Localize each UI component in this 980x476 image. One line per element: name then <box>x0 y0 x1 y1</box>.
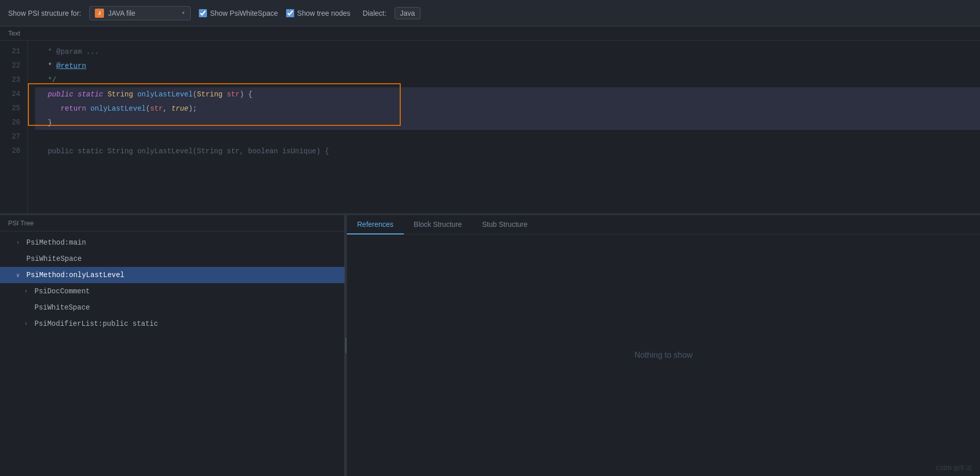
text-section-header: Text <box>0 26 980 41</box>
dialect-value: Java <box>395 7 421 19</box>
tree-item-psi-whitespace-2[interactable]: › PsiWhiteSpace <box>0 299 344 316</box>
tree-item-psi-doc-comment[interactable]: › PsiDocComment <box>0 283 344 299</box>
tab-block-structure[interactable]: Block Structure <box>404 215 472 234</box>
line-num-21: 21 <box>0 45 20 59</box>
nothing-to-show: Nothing to show <box>635 351 693 360</box>
tree-item-label: PsiModifierList:public static <box>34 320 158 328</box>
tree-item-psi-method-only[interactable]: ∨ PsiMethod:onlyLastLevel <box>0 267 344 283</box>
show-tree-nodes-checkbox-group[interactable]: Show tree nodes <box>286 9 351 17</box>
tree-arrow-open: ∨ <box>16 272 23 279</box>
show-tree-nodes-label: Show tree nodes <box>297 9 351 17</box>
code-line-22: * @return <box>35 59 980 73</box>
tab-bar: References Block Structure Stub Structur… <box>347 215 980 234</box>
toolbar: Show PSI structure for: J JAVA file ▾ Sh… <box>0 0 980 26</box>
tree-item-psi-whitespace-1[interactable]: › PsiWhiteSpace <box>0 251 344 267</box>
show-whitespace-label: Show PsiWhiteSpace <box>210 9 278 17</box>
line-num-28: 28 <box>0 144 20 158</box>
tree-item-label: PsiMethod:main <box>26 239 86 247</box>
line-num-27: 27 <box>0 130 20 144</box>
tree-item-label: PsiWhiteSpace <box>34 303 90 312</box>
line-num-23: 23 <box>0 73 20 87</box>
tree-item-psi-modifier-list[interactable]: › PsiModifierList:public static <box>0 316 344 332</box>
dropdown-arrow-icon: ▾ <box>182 9 185 17</box>
line-numbers: 21 22 23 24 25 26 27 28 <box>0 41 28 213</box>
tree-item-label: PsiDocComment <box>34 287 90 295</box>
tree-arrow-collapsed: › <box>24 288 31 294</box>
tree-item-psi-method-main[interactable]: › PsiMethod:main <box>0 234 344 251</box>
tree-item-label: PsiWhiteSpace <box>26 255 82 263</box>
vertical-splitter[interactable] <box>345 215 347 476</box>
file-type-selector[interactable]: J JAVA file ▾ <box>89 6 191 20</box>
tree-item-label: PsiMethod:onlyLastLevel <box>26 271 124 279</box>
psi-tree-title: PSI Tree <box>0 215 344 231</box>
watermark: CSDN @浮-沉 <box>936 464 972 472</box>
tab-references[interactable]: References <box>347 215 404 234</box>
show-whitespace-checkbox-group[interactable]: Show PsiWhiteSpace <box>199 9 278 17</box>
psi-tree-panel: PSI Tree › PsiMethod:main › PsiWhiteSpac… <box>0 215 345 476</box>
tree-arrow-collapsed: › <box>24 321 31 327</box>
code-line-27 <box>35 130 980 144</box>
code-line-25: return onlyLastLevel(str, true); <box>35 101 980 116</box>
show-tree-nodes-checkbox[interactable] <box>286 9 294 17</box>
code-content[interactable]: * @param ... * @return */ public static … <box>28 41 980 213</box>
line-num-22: 22 <box>0 59 20 73</box>
tree-arrow-collapsed: › <box>16 240 23 246</box>
file-type-text: JAVA file <box>108 9 178 17</box>
tab-stub-structure[interactable]: Stub Structure <box>472 215 538 234</box>
dialect-label: Dialect: <box>363 9 387 17</box>
tree-content: › PsiMethod:main › PsiWhiteSpace ∨ PsiMe… <box>0 231 344 476</box>
bottom-panel: PSI Tree › PsiMethod:main › PsiWhiteSpac… <box>0 215 980 476</box>
right-panel: References Block Structure Stub Structur… <box>347 215 980 476</box>
show-psi-label: Show PSI structure for: <box>8 9 81 17</box>
code-line-23: */ <box>35 73 980 87</box>
line-num-25: 25 <box>0 101 20 116</box>
code-line-21: * @param ... <box>35 45 980 59</box>
show-whitespace-checkbox[interactable] <box>199 9 207 17</box>
code-line-28: public static String onlyLastLevel(Strin… <box>35 144 980 158</box>
code-editor: 21 22 23 24 25 26 27 28 * @param ... * @… <box>0 41 980 213</box>
references-content: Nothing to show <box>347 234 980 476</box>
code-line-24: public static String onlyLastLevel(Strin… <box>35 87 980 101</box>
java-file-icon: J <box>95 9 104 18</box>
code-line-26: } <box>35 116 980 130</box>
line-num-24: 24 <box>0 87 20 101</box>
line-num-26: 26 <box>0 116 20 130</box>
